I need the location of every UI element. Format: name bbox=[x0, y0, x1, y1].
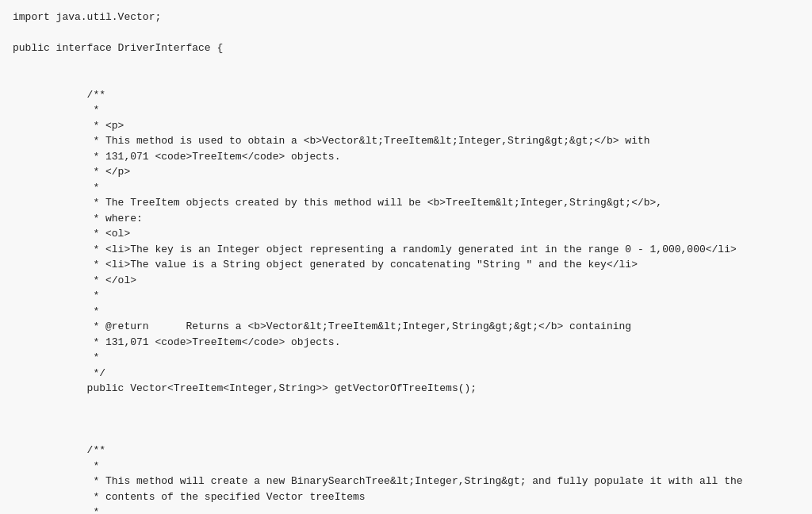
code-line: * 131,071 <code>TreeItem</code> objects. bbox=[13, 335, 799, 351]
code-line: * This method is used to obtain a <b>Vec… bbox=[13, 133, 799, 149]
code-line bbox=[13, 428, 799, 443]
code-line: * @return Returns a <b>Vector&lt;TreeIte… bbox=[13, 319, 799, 335]
code-line: * bbox=[13, 458, 799, 474]
code-editor: import java.util.Vector; public interfac… bbox=[0, 0, 812, 514]
code-line: * <ol> bbox=[13, 226, 799, 242]
code-line: * <li>The value is a String object gener… bbox=[13, 257, 799, 273]
code-line: * </p> bbox=[13, 164, 799, 180]
code-line bbox=[13, 412, 799, 428]
code-line: /** bbox=[13, 443, 799, 458]
code-line: * bbox=[13, 102, 799, 118]
code-line: * <p> bbox=[13, 118, 799, 134]
code-line: import java.util.Vector; bbox=[13, 10, 799, 25]
code-line bbox=[13, 397, 799, 412]
code-line: * where: bbox=[13, 211, 799, 227]
code-line: * bbox=[13, 304, 799, 320]
code-line: * 131,071 <code>TreeItem</code> objects. bbox=[13, 149, 799, 165]
code-line: * <li>The key is an Integer object repre… bbox=[13, 242, 799, 258]
code-line bbox=[13, 56, 799, 72]
code-line: * bbox=[13, 350, 799, 366]
code-line: * The TreeItem objects created by this m… bbox=[13, 195, 799, 211]
code-line: public interface DriverInterface { bbox=[13, 40, 799, 56]
code-line: * bbox=[13, 504, 799, 514]
code-line: * bbox=[13, 288, 799, 304]
code-line: * This method will create a new BinarySe… bbox=[13, 474, 799, 489]
code-line: /** bbox=[13, 87, 799, 103]
code-line: * bbox=[13, 180, 799, 196]
code-line: * contents of the specified Vector treeI… bbox=[13, 489, 799, 505]
code-line: */ bbox=[13, 366, 799, 382]
code-line bbox=[13, 25, 799, 41]
code-line: * </ol> bbox=[13, 273, 799, 289]
code-line: public Vector<TreeItem<Integer,String>> … bbox=[13, 381, 799, 397]
code-line bbox=[13, 71, 799, 87]
